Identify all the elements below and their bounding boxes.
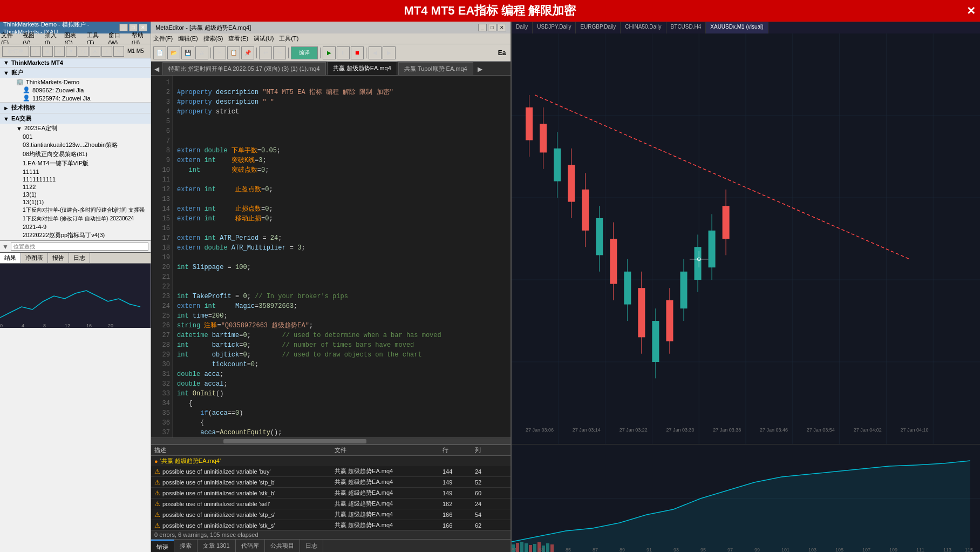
pause-btn[interactable]: ⏸	[337, 46, 350, 59]
new-order-btn[interactable]: 新订单	[2, 46, 29, 57]
output-row-2[interactable]: ⚠possible use of uninitialized variable …	[151, 477, 511, 488]
emenu-debug[interactable]: 调试(U)	[254, 35, 274, 43]
tab-nav-left[interactable]: ◀	[151, 63, 162, 75]
ea-1111111111[interactable]: 1111111111	[0, 176, 151, 183]
otab-journal[interactable]: 日志	[300, 540, 323, 552]
editor-close[interactable]: ✕	[498, 24, 506, 31]
account-809662[interactable]: 👤809662: Zuowei Jia	[0, 86, 151, 94]
menu-insert[interactable]: 插入(I)	[45, 31, 60, 46]
output-row-4[interactable]: ⚠possible use of uninitialized variable …	[151, 499, 511, 509]
ea-13-1-1[interactable]: 13(1)(1)	[0, 198, 151, 206]
otab-articles[interactable]: 文章 1301	[198, 540, 236, 552]
account-demo[interactable]: 🏢ThinkMarkets-Demo	[0, 78, 151, 86]
tool7[interactable]: T	[101, 46, 112, 57]
tool5[interactable]: ↑↓	[78, 46, 89, 57]
output-row-3[interactable]: ⚠possible use of uninitialized variable …	[151, 488, 511, 499]
output-row-6[interactable]: ⚠possible use of uninitialized variable …	[151, 520, 511, 530]
otab-codebase[interactable]: 代码库	[236, 540, 265, 552]
tool2[interactable]: ⊞	[42, 46, 53, 57]
account-11525974[interactable]: 👤11525974: Zuowei Jia	[0, 94, 151, 102]
ctab-btcusd[interactable]: BTCUSD.H4	[666, 22, 706, 33]
tab-tupoi[interactable]: 共赢 TupoI顺势 EA.mq4	[398, 62, 473, 75]
otab-shared[interactable]: 公共项目	[265, 540, 300, 552]
ea-1down1[interactable]: 1下反向对挂单-(仅建合-多时间段建合bj时间 支撑强	[0, 206, 151, 214]
menu-file[interactable]: 文件(F)	[1, 31, 18, 46]
scrollbar-thumb[interactable]	[223, 439, 366, 443]
indicators-header[interactable]: ►技术指标	[0, 103, 151, 113]
stop-btn[interactable]: ⏹	[351, 46, 364, 59]
search-input[interactable]	[11, 243, 148, 251]
ea-header[interactable]: ▼EA交易	[0, 113, 151, 124]
ea-1down2[interactable]: 1下反向对挂单-(修改订单 自动挂单)-20230624	[0, 214, 151, 223]
maximize-btn[interactable]: □	[129, 24, 138, 31]
output-row-1[interactable]: ⚠possible use of uninitialized variable …	[151, 466, 511, 477]
minimize-btn[interactable]: _	[119, 24, 128, 31]
menu-help[interactable]: 帮助(H)	[132, 31, 149, 46]
tab-nav-right[interactable]: ▶	[474, 63, 486, 75]
back-btn[interactable]: ◀	[369, 46, 382, 59]
ea-13-1[interactable]: 13(1)	[0, 191, 151, 198]
tab-gonying[interactable]: 共赢 超级趋势EA.mq4	[327, 62, 397, 75]
emenu-search[interactable]: 搜索(S)	[203, 35, 223, 43]
separator3	[288, 48, 289, 58]
banner-close-btn[interactable]: ✕	[967, 2, 976, 19]
ea-20220222[interactable]: 20220222赵勇pp指标马丁v4(3)	[0, 231, 151, 240]
tool8[interactable]: ✎	[113, 46, 124, 57]
ea-2023[interactable]: ▼2023EA定制	[0, 124, 151, 133]
open-btn[interactable]: 📂	[167, 46, 180, 59]
cut-btn[interactable]: ✂	[213, 46, 226, 59]
ctab-china50[interactable]: CHINA50.Daily	[621, 22, 666, 33]
tool6[interactable]: A	[90, 46, 100, 57]
code-text[interactable]: #property description "MT4 MT5 EA 指标 编程 …	[173, 76, 511, 437]
emenu-tools[interactable]: 工具(T)	[279, 35, 298, 43]
save-btn[interactable]: 💾	[181, 46, 194, 59]
tool1[interactable]: |	[30, 46, 41, 57]
run-btn[interactable]: ▶	[323, 46, 336, 59]
redo-btn[interactable]: ↪	[273, 46, 286, 59]
accounts-header[interactable]: ▼账户	[0, 68, 151, 78]
tab-report[interactable]: 报告	[48, 253, 69, 263]
paste-btn[interactable]: 📌	[241, 46, 254, 59]
emenu-edit[interactable]: 编辑(E)	[178, 35, 198, 43]
new-file-btn[interactable]: 📄	[153, 46, 166, 59]
ea-1ea[interactable]: 1.EA-MT4一键下单VIP版	[0, 159, 151, 168]
code-scrollbar-h[interactable]	[151, 437, 511, 444]
forward-btn[interactable]: ▶	[383, 46, 396, 59]
svg-rect-67	[525, 543, 528, 552]
menu-view[interactable]: 视图(V)	[23, 31, 40, 46]
main-chart[interactable]: 27 Jan 03:06 27 Jan 03:14 27 Jan 03:22 2…	[512, 33, 980, 444]
print-btn[interactable]: 🖨	[195, 46, 208, 59]
menu-chart[interactable]: 图表(C)	[64, 31, 82, 46]
app-title[interactable]: ▼ThinkMarkets MT4	[0, 58, 151, 67]
menu-window[interactable]: 窗口(W)	[108, 31, 127, 46]
tab-tespabi[interactable]: 特斯比 指定时间开单EA 2022.05.17 (双向) (3) (1) (1)…	[162, 62, 326, 75]
ea-11111[interactable]: 11111	[0, 168, 151, 176]
tab-log[interactable]: 日志	[69, 253, 90, 263]
editor-maximize[interactable]: □	[488, 24, 496, 31]
otab-search[interactable]: 搜索	[174, 540, 198, 552]
tab-results[interactable]: 结果	[0, 253, 21, 263]
ctab-usdjpy[interactable]: USDJPY.Daily	[533, 22, 576, 33]
compile-btn[interactable]: 编译	[291, 46, 318, 59]
ctab-eurgbp[interactable]: EURGBP.Daily	[576, 22, 621, 33]
ea-03[interactable]: 03.tiantiankuaile123w...Zhoubin策略	[0, 140, 151, 150]
tab-net-chart[interactable]: 净图表	[21, 253, 48, 263]
tool4[interactable]: ▼	[66, 46, 77, 57]
ea-001[interactable]: 001	[0, 133, 151, 140]
undo-btn[interactable]: ↩	[259, 46, 272, 59]
ctab-daily[interactable]: Daily	[512, 22, 533, 33]
copy-btn[interactable]: 📋	[227, 46, 240, 59]
otab-errors[interactable]: 错误	[151, 540, 174, 552]
editor-minimize[interactable]: _	[478, 24, 487, 31]
close-btn-mt4[interactable]: ✕	[139, 24, 147, 31]
emenu-file[interactable]: 文件(F)	[153, 35, 173, 43]
ea-1122[interactable]: 1122	[0, 183, 151, 191]
tool3[interactable]: ⊟	[54, 46, 65, 57]
menu-tools[interactable]: 工具(T)	[87, 31, 104, 46]
ea-08[interactable]: 08均线正向交易策略(81)	[0, 150, 151, 159]
ea-2021[interactable]: 2021-4-9	[0, 223, 151, 231]
emenu-view[interactable]: 查看(E)	[228, 35, 248, 43]
warning-icon-5: ⚠	[154, 511, 160, 519]
ctab-xauusd-m1[interactable]: XAUUSDx.M1 (visual)	[706, 22, 768, 33]
output-row-5[interactable]: ⚠possible use of uninitialized variable …	[151, 509, 511, 520]
